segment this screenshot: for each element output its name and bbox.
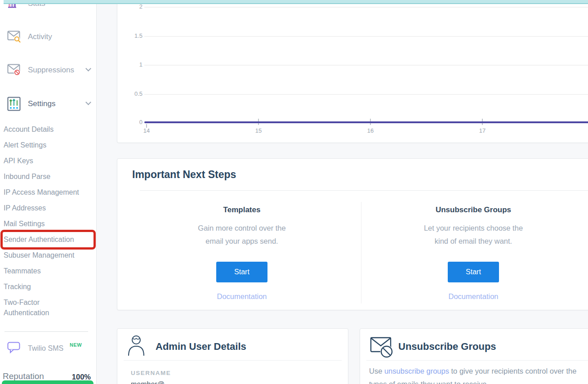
sidebar-item-mail-settings[interactable]: Mail Settings bbox=[4, 216, 94, 232]
reputation-progress-bar bbox=[2, 380, 94, 384]
admin-user-icon bbox=[127, 334, 145, 358]
x-axis-tick-label: 15 bbox=[249, 127, 267, 134]
y-axis-tick-label: 0.5 bbox=[117, 90, 143, 98]
sidebar-item-label: Suppressions bbox=[28, 66, 74, 75]
sidebar-divider bbox=[4, 331, 88, 332]
unsubscribe-groups-link[interactable]: unsubscribe groups bbox=[384, 367, 449, 375]
sidebar-item-inbound-parse[interactable]: Inbound Parse bbox=[4, 169, 94, 184]
x-axis-tick-label: 17 bbox=[473, 127, 491, 134]
reputation-label: Reputation bbox=[3, 371, 44, 381]
top-banner-strip bbox=[4, 0, 588, 4]
x-axis-tick-label: 14 bbox=[138, 127, 156, 134]
unsubscribe-groups-card: Unsubscribe Groups Use unsubscribe group… bbox=[360, 328, 588, 384]
stats-chart-card: 2 1.5 1 0.5 0 14 15 16 17 bbox=[117, 0, 588, 143]
sidebar-item-label: Twilio SMS bbox=[28, 344, 63, 353]
unsubscribe-groups-documentation-link[interactable]: Documentation bbox=[361, 292, 586, 301]
column-description-line: Let your recipients choose the bbox=[361, 222, 586, 235]
sidebar-item-settings[interactable]: Settings bbox=[0, 95, 97, 113]
chevron-down-icon bbox=[85, 99, 91, 105]
sidebar-item-account-details[interactable]: Account Details bbox=[4, 121, 94, 137]
red-highlight-box bbox=[0, 230, 96, 250]
sidebar-item-label: Settings bbox=[28, 99, 55, 108]
settings-submenu: Account Details Alert Settings API Keys … bbox=[4, 121, 94, 321]
description-text: Use bbox=[369, 367, 384, 375]
y-axis-tick-label: 2 bbox=[117, 3, 143, 10]
unsubscribe-groups-column: Unsubscribe Groups Let your recipients c… bbox=[361, 202, 586, 301]
sidebar-item-twilio-sms[interactable]: Twilio SMS NEW bbox=[0, 339, 97, 357]
admin-user-details-card: Admin User Details USERNAME member@... bbox=[117, 328, 348, 384]
new-badge: NEW bbox=[70, 342, 82, 348]
divider bbox=[124, 360, 342, 361]
twilio-sms-chat-bubble-icon bbox=[7, 342, 21, 355]
unsubscribe-groups-start-button[interactable]: Start bbox=[448, 262, 499, 282]
gridline bbox=[144, 36, 588, 37]
sidebar-item-ip-addresses[interactable]: IP Addresses bbox=[4, 200, 94, 216]
column-description-line: kind of email they want. bbox=[361, 235, 586, 248]
sidebar-item-api-keys[interactable]: API Keys bbox=[4, 153, 94, 169]
sidebar-item-activity[interactable]: Activity bbox=[0, 28, 97, 46]
sidebar-item-ip-access-management[interactable]: IP Access Management bbox=[4, 184, 94, 200]
column-description-line: Gain more control over the bbox=[120, 222, 364, 235]
sidebar-item-tracking[interactable]: Tracking bbox=[4, 279, 94, 295]
sidebar: Stats Activity Suppressions bbox=[0, 0, 97, 384]
column-heading: Unsubscribe Groups bbox=[361, 205, 586, 214]
templates-start-button[interactable]: Start bbox=[216, 262, 267, 282]
username-label: USERNAME bbox=[131, 370, 171, 376]
suppressions-mail-blocked-icon bbox=[7, 64, 22, 76]
chart-line-series bbox=[144, 121, 588, 123]
activity-mail-search-icon bbox=[7, 31, 22, 43]
sidebar-item-two-factor-authentication[interactable]: Two-Factor Authentication bbox=[4, 295, 71, 321]
y-axis-tick-label: 1 bbox=[117, 61, 143, 68]
x-axis-tick-label: 16 bbox=[361, 127, 379, 134]
templates-column: Templates Gain more control over the ema… bbox=[120, 202, 364, 301]
divider bbox=[140, 190, 588, 191]
gridline bbox=[144, 7, 588, 8]
settings-sliders-icon bbox=[7, 97, 21, 111]
unsubscribe-groups-mail-blocked-icon bbox=[370, 334, 394, 360]
sidebar-item-suppressions[interactable]: Suppressions bbox=[0, 61, 97, 79]
unsubscribe-groups-description: Use unsubscribe groups to give your reci… bbox=[369, 365, 585, 384]
important-next-steps-card: Important Next Steps Templates Gain more… bbox=[117, 158, 588, 310]
sidebar-item-teammates[interactable]: Teammates bbox=[4, 263, 94, 279]
sidebar-item-subuser-management[interactable]: Subuser Management bbox=[4, 247, 94, 263]
gridline bbox=[144, 94, 588, 95]
templates-documentation-link[interactable]: Documentation bbox=[120, 292, 364, 301]
divider bbox=[366, 360, 588, 361]
y-axis-tick-label: 1.5 bbox=[117, 32, 143, 40]
column-description-line: email your apps send. bbox=[120, 235, 364, 248]
y-axis-tick-label: 0 bbox=[117, 119, 143, 126]
column-heading: Templates bbox=[120, 205, 364, 214]
chevron-down-icon bbox=[85, 66, 91, 71]
card-title: Unsubscribe Groups bbox=[398, 341, 496, 353]
sidebar-item-alert-settings[interactable]: Alert Settings bbox=[4, 137, 94, 153]
card-title: Important Next Steps bbox=[132, 169, 236, 181]
sidebar-item-label: Activity bbox=[28, 32, 52, 41]
gridline bbox=[144, 65, 588, 66]
card-title: Admin User Details bbox=[156, 341, 246, 353]
username-value: member@... bbox=[131, 380, 170, 384]
